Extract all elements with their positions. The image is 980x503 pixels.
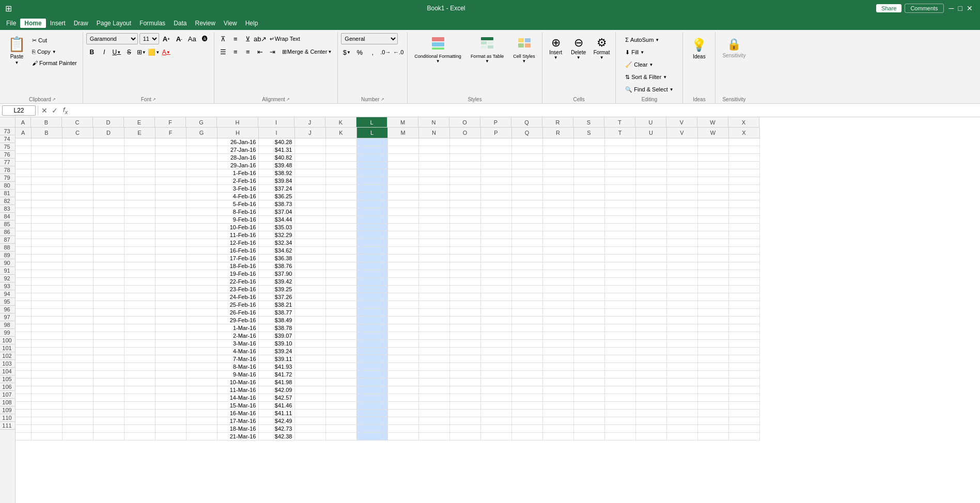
orient-text-button[interactable]: ab↗ <box>255 33 266 44</box>
money-cell[interactable]: $38.73 <box>258 200 294 208</box>
empty-cell[interactable] <box>418 146 449 153</box>
empty-cell[interactable] <box>155 262 186 270</box>
empty-cell[interactable] <box>604 270 635 277</box>
empty-cell[interactable] <box>31 332 62 339</box>
empty-cell[interactable] <box>697 355 728 363</box>
empty-cell[interactable] <box>418 363 449 370</box>
empty-cell[interactable] <box>511 324 542 332</box>
empty-cell[interactable] <box>93 192 124 200</box>
empty-cell[interactable] <box>697 316 728 324</box>
empty-cell[interactable] <box>604 316 635 324</box>
empty-cell[interactable] <box>604 177 635 184</box>
empty-cell[interactable] <box>635 146 666 153</box>
row-header-92[interactable]: 92 <box>0 275 15 282</box>
empty-cell[interactable] <box>186 161 217 169</box>
active-col-cell[interactable] <box>356 324 387 332</box>
empty-cell[interactable] <box>15 262 31 270</box>
empty-cell[interactable] <box>294 177 325 184</box>
empty-cell[interactable] <box>573 293 604 301</box>
empty-cell[interactable] <box>604 153 635 161</box>
empty-cell[interactable] <box>604 192 635 200</box>
empty-cell[interactable] <box>573 277 604 285</box>
empty-cell[interactable] <box>62 347 93 355</box>
empty-cell[interactable] <box>155 192 186 200</box>
empty-cell[interactable] <box>449 301 480 308</box>
empty-cell[interactable] <box>155 432 186 440</box>
find-select-button[interactable]: 🔍 Find & Select ▼ <box>623 84 676 95</box>
empty-cell[interactable] <box>294 324 325 332</box>
empty-cell[interactable] <box>62 254 93 262</box>
empty-cell[interactable] <box>511 308 542 316</box>
empty-cell[interactable] <box>15 401 31 409</box>
empty-cell[interactable] <box>697 262 728 270</box>
empty-cell[interactable] <box>449 239 480 246</box>
empty-cell[interactable] <box>155 409 186 417</box>
date-cell[interactable]: 15-Mar-16 <box>217 401 258 409</box>
empty-cell[interactable] <box>186 386 217 394</box>
empty-cell[interactable] <box>418 208 449 215</box>
empty-cell[interactable] <box>31 285 62 293</box>
empty-cell[interactable] <box>186 262 217 270</box>
active-col-cell[interactable] <box>356 153 387 161</box>
money-cell[interactable]: $35.03 <box>258 223 294 231</box>
active-col-cell[interactable] <box>356 401 387 409</box>
empty-cell[interactable] <box>186 153 217 161</box>
active-col-cell[interactable] <box>356 285 387 293</box>
date-cell[interactable]: 3-Feb-16 <box>217 184 258 192</box>
money-cell[interactable]: $39.10 <box>258 339 294 347</box>
empty-cell[interactable] <box>325 339 356 347</box>
empty-cell[interactable] <box>666 192 697 200</box>
empty-cell[interactable] <box>15 215 31 223</box>
menu-item-pageLayout[interactable]: Page Layout <box>92 19 135 28</box>
date-cell[interactable]: 2-Mar-16 <box>217 332 258 339</box>
empty-cell[interactable] <box>387 153 418 161</box>
money-cell[interactable]: $37.04 <box>258 208 294 215</box>
empty-cell[interactable] <box>697 394 728 401</box>
active-col-cell[interactable] <box>356 332 387 339</box>
empty-cell[interactable] <box>62 208 93 215</box>
empty-cell[interactable] <box>728 169 759 177</box>
empty-cell[interactable] <box>62 293 93 301</box>
empty-cell[interactable] <box>511 339 542 347</box>
empty-cell[interactable] <box>294 192 325 200</box>
empty-cell[interactable] <box>511 370 542 378</box>
empty-cell[interactable] <box>604 146 635 153</box>
row-header-102[interactable]: 102 <box>0 352 15 360</box>
format-painter-button[interactable]: 🖌 Format Painter <box>29 58 80 68</box>
empty-cell[interactable] <box>573 347 604 355</box>
empty-cell[interactable] <box>573 208 604 215</box>
empty-cell[interactable] <box>449 169 480 177</box>
empty-cell[interactable] <box>93 417 124 425</box>
empty-cell[interactable] <box>186 363 217 370</box>
empty-cell[interactable] <box>418 432 449 440</box>
active-col-cell[interactable] <box>356 231 387 239</box>
empty-cell[interactable] <box>294 308 325 316</box>
empty-cell[interactable] <box>186 254 217 262</box>
empty-cell[interactable] <box>604 254 635 262</box>
empty-cell[interactable] <box>186 324 217 332</box>
empty-cell[interactable] <box>604 262 635 270</box>
empty-cell[interactable] <box>573 200 604 208</box>
empty-cell[interactable] <box>387 308 418 316</box>
empty-cell[interactable] <box>124 138 155 146</box>
empty-cell[interactable] <box>449 308 480 316</box>
empty-cell[interactable] <box>666 177 697 184</box>
empty-cell[interactable] <box>511 231 542 239</box>
empty-cell[interactable] <box>666 200 697 208</box>
empty-cell[interactable] <box>31 355 62 363</box>
empty-cell[interactable] <box>635 293 666 301</box>
empty-cell[interactable] <box>124 378 155 386</box>
empty-cell[interactable] <box>325 192 356 200</box>
empty-cell[interactable] <box>604 394 635 401</box>
empty-cell[interactable] <box>387 370 418 378</box>
empty-cell[interactable] <box>325 401 356 409</box>
empty-cell[interactable] <box>15 386 31 394</box>
empty-cell[interactable] <box>31 432 62 440</box>
active-col-cell[interactable] <box>356 293 387 301</box>
paste-dropdown-icon[interactable]: ▼ <box>15 60 19 65</box>
money-cell[interactable]: $40.28 <box>258 138 294 146</box>
insert-cells-button[interactable]: ⊕ Insert ▼ <box>546 34 566 62</box>
empty-cell[interactable] <box>573 192 604 200</box>
format-dropdown[interactable]: ▼ <box>600 55 604 60</box>
empty-cell[interactable] <box>635 177 666 184</box>
